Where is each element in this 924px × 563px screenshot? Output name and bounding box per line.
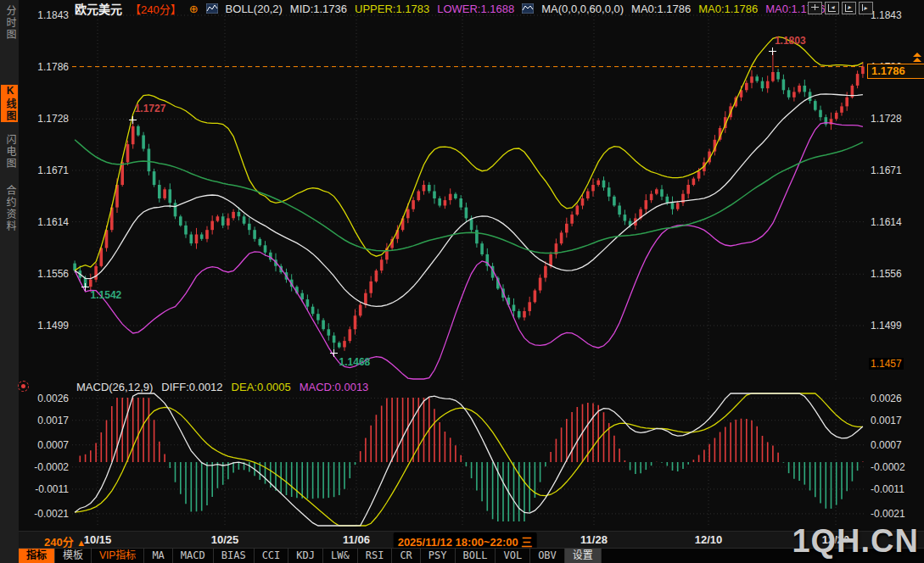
- indicator-toolbar: 指标模板VIP指标MAMACDBIASCCIKDJLW&RSICRPSYBOLL…: [19, 548, 924, 563]
- toolbar-tab-KDJ[interactable]: KDJ: [288, 549, 323, 563]
- toolbar-tab-BIAS[interactable]: BIAS: [214, 549, 255, 563]
- chart-tool-icons: ◂ ▸ ▸: [808, 2, 873, 14]
- macd-axis-label: 0.0026: [871, 393, 902, 404]
- time-tick-12/10: 12/10: [695, 533, 723, 546]
- macd-axis-label: 0.0017: [37, 415, 69, 426]
- macd-axis-label: -0.0021: [34, 508, 69, 520]
- watermark: 1QH.CN: [792, 523, 919, 560]
- extreme-cross-marker: [769, 47, 776, 55]
- toolbar-tab-指标[interactable]: 指标: [19, 549, 55, 563]
- time-tick-11/28: 11/28: [580, 533, 608, 546]
- sidebar-tab-4[interactable]: 合约资料: [1, 185, 18, 232]
- macd-dea-value: DEA:0.0005: [232, 381, 291, 393]
- macd-header: MACD(26,12,9) DIFF:0.0012 DEA:0.0005 MAC…: [76, 381, 368, 393]
- price-axis-label: 1.1671: [37, 164, 69, 176]
- zoom-in-axis-icon[interactable]: ◂: [825, 2, 839, 14]
- extreme-price-label: 1.1468: [339, 356, 371, 368]
- ma-value-2: MA0:1.1786: [698, 3, 758, 15]
- macd-diff-value: DIFF:0.0012: [161, 381, 222, 393]
- toolbar-tab-LW&[interactable]: LW&: [323, 549, 358, 563]
- price-axis-label: 1.1843: [871, 9, 902, 21]
- symbol-title: 欧元美元: [75, 0, 122, 17]
- chart-header: 欧元美元 【240分】 ⊕ BOLL(20,2) MID:1.1736 UPPE…: [75, 2, 825, 15]
- macd-axis-label: -0.0011: [871, 483, 904, 495]
- boll-mid-value: MID:1.1736: [290, 3, 347, 15]
- price-up-arrow-icon: [913, 53, 921, 63]
- toolbar-tab-MACD[interactable]: MACD: [173, 549, 214, 563]
- time-tick-10/15: 10/15: [84, 533, 112, 546]
- toolbar-tab-模板[interactable]: 模板: [55, 549, 92, 563]
- pan-right-icon[interactable]: ▸: [859, 2, 873, 14]
- toolbar-tab-BOLL[interactable]: BOLL: [456, 549, 496, 563]
- price-axis-label: 1.1843: [37, 9, 69, 21]
- price-axis-label: 1.1728: [37, 113, 69, 125]
- ma-indicator-icon: [522, 3, 534, 14]
- toolbar-tab-PSY[interactable]: PSY: [421, 549, 456, 563]
- macd-name: MACD(26,12,9): [76, 381, 153, 393]
- macd-macd-value: MACD:0.0013: [300, 381, 369, 393]
- macd-axis-label: -0.0002: [871, 461, 905, 473]
- sidebar-tab-1[interactable]: 分时图: [1, 5, 18, 41]
- extreme-cross-marker: [129, 116, 137, 124]
- macd-panel-chart[interactable]: [72, 392, 865, 527]
- price-axis-label: 1.1671: [871, 164, 902, 176]
- price-axis-label: 1.1614: [871, 216, 902, 228]
- toolbar-tab-CR[interactable]: CR: [392, 549, 420, 563]
- macd-axis-label: -0.0011: [35, 483, 69, 495]
- boll-lower-value: LOWER:1.1688: [437, 3, 514, 15]
- boll-label: BOLL(20,2): [226, 3, 283, 15]
- left-price-axis: 1.18431.17861.17281.16711.16141.15561.14…: [19, 0, 71, 563]
- zoom-out-axis-icon[interactable]: ▸: [842, 2, 856, 14]
- extreme-cross-marker: [330, 349, 338, 357]
- time-tick-11/06: 11/06: [343, 533, 370, 546]
- period-label: 【240分】: [130, 1, 182, 17]
- price-axis-label: 1.1499: [37, 320, 69, 332]
- toolbar-tab-MA[interactable]: MA: [144, 549, 172, 563]
- toolbar-tab-OBV[interactable]: OBV: [530, 549, 565, 563]
- extreme-cross-marker: [81, 283, 89, 291]
- extreme-price-label: 1.1803: [775, 35, 806, 47]
- ma-values: MA0:1.1786MA0:1.1786MA0:1.1786: [631, 3, 825, 15]
- current-price-tag: 1.1786: [867, 64, 924, 79]
- main-price-chart[interactable]: [72, 13, 865, 380]
- extreme-price-label: 1.1542: [91, 289, 122, 301]
- left-sidebar: 分时图K线图闪电图合约资料: [0, 0, 19, 563]
- sidebar-tab-3[interactable]: 闪电图: [1, 134, 18, 170]
- extreme-price-label: 1.1727: [135, 103, 166, 114]
- macd-axis-label: 0.0007: [37, 439, 69, 451]
- time-axis: 240分 ▲ 2025/11/12 18:00~22:00 三 10/1510/…: [19, 531, 924, 549]
- time-tick-10/25: 10/25: [211, 533, 239, 546]
- toolbar-tab-VIP指标[interactable]: VIP指标: [92, 549, 144, 563]
- boll-upper-value: UPPER:1.1783: [355, 3, 429, 15]
- alert-sun-icon[interactable]: [18, 381, 29, 392]
- price-axis-label: 1.1728: [871, 113, 902, 125]
- toolbar-tab-CCI[interactable]: CCI: [255, 549, 289, 563]
- crosshair-tool-icon[interactable]: [808, 2, 822, 14]
- toolbar-tab-VOL[interactable]: VOL: [496, 549, 530, 563]
- boll-indicator-icon: [206, 3, 218, 14]
- price-axis-label: 1.1556: [871, 268, 902, 280]
- ma-value-1: MA0:1.1786: [631, 3, 691, 15]
- trading-app-window: 分时图K线图闪电图合约资料 欧元美元 【240分】 ⊕ BOLL(20,2) M…: [0, 0, 924, 563]
- price-axis-label: 1.1556: [37, 268, 69, 280]
- price-axis-label: 1.1499: [871, 320, 902, 332]
- macd-axis-label: 0.0007: [871, 439, 902, 451]
- price-axis-label: 1.1614: [37, 216, 69, 228]
- price-axis-label: 1.1786: [37, 61, 69, 73]
- macd-axis-label: 0.0026: [37, 393, 69, 404]
- macd-axis-label: -0.0002: [34, 461, 69, 473]
- toolbar-tab-RSI[interactable]: RSI: [358, 549, 393, 563]
- macd-axis-label: 0.0017: [871, 415, 902, 426]
- range-low-label: 1.1457: [869, 358, 904, 370]
- macd-axis-label: -0.0021: [871, 508, 905, 520]
- right-price-axis: 1.18431.17861.17281.16711.16141.15561.14…: [867, 0, 924, 563]
- add-indicator-icon[interactable]: ⊕: [189, 3, 199, 15]
- toolbar-tab-设置[interactable]: 设置: [565, 549, 602, 563]
- sidebar-tab-2[interactable]: K线图: [1, 85, 18, 122]
- ma-label: MA(0,0,0,60,0,0): [541, 3, 624, 15]
